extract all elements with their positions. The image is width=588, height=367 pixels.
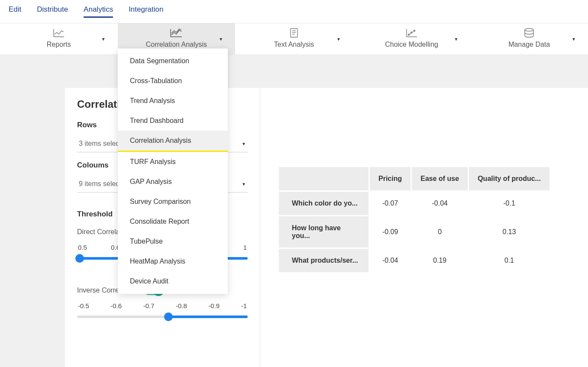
cell: -0.04 — [369, 248, 411, 273]
cell: 0.19 — [411, 248, 468, 273]
cell: -0.07 — [369, 191, 411, 216]
chevron-down-icon: ▼ — [242, 182, 246, 187]
menu-data-segmentation[interactable]: Data Segmentation — [118, 51, 228, 71]
database-icon — [523, 28, 535, 38]
chevron-down-icon: ▼ — [572, 37, 576, 42]
chart-line-icon — [53, 28, 65, 38]
correlation-dropdown: Data Segmentation Cross-Tabulation Trend… — [118, 48, 228, 294]
menu-correlation-analysis[interactable]: Correlation Analysis — [118, 131, 228, 152]
cell: 0.1 — [468, 248, 550, 273]
toolbar-manage[interactable]: Manage Data ▼ — [470, 23, 588, 55]
cell: 0 — [411, 216, 468, 248]
cell: -0.04 — [411, 191, 468, 216]
row-header: What products/ser... — [278, 248, 369, 273]
chevron-down-icon: ▼ — [219, 37, 223, 42]
tab-integration[interactable]: Integration — [129, 5, 163, 18]
menu-trend-dashboard[interactable]: Trend Dashboard — [118, 111, 228, 131]
toolbar: Reports ▼ Correlation Analysis ▼ Text An… — [0, 23, 588, 55]
correlation-table: Pricing Ease of use Quality of produc...… — [278, 166, 551, 274]
menu-trend-analysis[interactable]: Trend Analysis — [118, 91, 228, 111]
tab-edit[interactable]: Edit — [9, 5, 21, 18]
cell: -0.1 — [468, 191, 550, 216]
table-corner — [278, 167, 369, 191]
chevron-down-icon: ▼ — [101, 37, 106, 42]
menu-consolidate-report[interactable]: Consolidate Report — [118, 212, 228, 232]
chevron-down-icon: ▼ — [242, 142, 246, 146]
menu-turf-analysis[interactable]: TURF Analysis — [118, 152, 228, 172]
menu-heatmap-analysis[interactable]: HeatMap Analysis — [118, 251, 228, 271]
menu-gap-analysis[interactable]: GAP Analysis — [118, 172, 228, 192]
toolbar-text[interactable]: Text Analysis ▼ — [235, 23, 353, 55]
toolbar-choice[interactable]: Choice Modelling ▼ — [353, 23, 471, 55]
row-header: Which color do yo... — [278, 191, 369, 216]
results-area: Pricing Ease of use Quality of produc...… — [260, 88, 588, 367]
tab-distribute[interactable]: Distribute — [37, 5, 68, 18]
main-tabs: Edit Distribute Analytics Integration — [0, 0, 588, 23]
menu-survey-comparison[interactable]: Survey Comparison — [118, 192, 228, 212]
row-header: How long have you... — [278, 216, 369, 248]
menu-cross-tabulation[interactable]: Cross-Tabulation — [118, 71, 228, 91]
svg-point-7 — [525, 29, 533, 31]
col-header: Quality of produc... — [468, 167, 550, 191]
inverse-slider[interactable] — [77, 315, 248, 318]
col-header: Pricing — [369, 167, 411, 191]
slider-thumb[interactable] — [164, 312, 173, 321]
svg-rect-0 — [291, 29, 297, 37]
tab-analytics[interactable]: Analytics — [84, 5, 113, 18]
cell: -0.09 — [369, 216, 411, 248]
toolbar-text-label: Text Analysis — [274, 41, 314, 48]
content-area: Correlation Analysis Rows 3 items select… — [0, 79, 588, 367]
scatter-icon — [406, 28, 418, 38]
chevron-down-icon: ▼ — [336, 37, 341, 42]
table-row: Which color do yo... -0.07 -0.04 -0.1 — [278, 191, 550, 216]
toolbar-choice-label: Choice Modelling — [385, 41, 438, 48]
inverse-slider-ticks: -0.5 -0.6 -0.7 -0.8 -0.9 -1 — [77, 302, 248, 309]
chart-multi-line-icon — [170, 28, 183, 38]
table-row: What products/ser... -0.04 0.19 0.1 — [278, 248, 550, 273]
toolbar-manage-label: Manage Data — [508, 41, 550, 48]
menu-device-audit[interactable]: Device Audit — [118, 271, 228, 291]
slider-thumb[interactable] — [75, 254, 84, 263]
menu-tubepulse[interactable]: TubePulse — [118, 232, 228, 251]
chevron-down-icon: ▼ — [454, 37, 458, 42]
cell: 0.13 — [468, 216, 550, 248]
col-header: Ease of use — [411, 167, 468, 191]
table-row: How long have you... -0.09 0 0.13 — [278, 216, 550, 248]
document-icon — [289, 28, 299, 38]
toolbar-reports[interactable]: Reports ▼ — [0, 23, 118, 55]
toolbar-reports-label: Reports — [47, 41, 71, 48]
toolbar-correlation-label: Correlation Analysis — [146, 41, 207, 48]
